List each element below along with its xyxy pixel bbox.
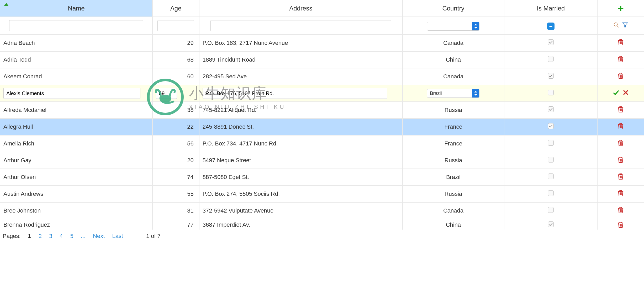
cell-actions (597, 219, 644, 230)
married-checkbox[interactable] (548, 39, 554, 45)
clear-filter-button[interactable] (622, 22, 628, 29)
edit-address-input[interactable] (203, 88, 387, 99)
cell-age: 38 (152, 102, 199, 118)
filter-name-input[interactable] (9, 20, 143, 31)
delete-row-button[interactable] (618, 40, 624, 47)
table-row[interactable]: Amelia Rich56P.O. Box 734, 4717 Nunc Rd.… (0, 135, 644, 152)
cell-actions (597, 202, 644, 219)
filter-country-select[interactable] (427, 22, 479, 31)
married-checkbox[interactable] (548, 221, 554, 227)
married-checkbox[interactable] (548, 140, 554, 146)
table-row[interactable]: Adria Beach29P.O. Box 183, 2717 Nunc Ave… (0, 35, 644, 51)
cell-country: Canada (403, 35, 504, 51)
cell-address: P.O. Box 183, 2717 Nunc Avenue (199, 35, 403, 51)
pager-page[interactable]: 3 (49, 233, 52, 240)
cell-country: France (403, 118, 504, 135)
married-checkbox[interactable] (548, 56, 554, 62)
delete-row-button[interactable] (618, 57, 624, 63)
cell-actions (597, 118, 644, 135)
cell-age: 74 (152, 169, 199, 186)
pager-last[interactable]: Last (112, 233, 123, 240)
married-checkbox[interactable] (548, 157, 554, 162)
col-header-married[interactable]: Is Married (504, 0, 597, 17)
cell-country: France (403, 135, 504, 152)
edit-country-select[interactable]: Brazil (427, 89, 479, 98)
pager-page[interactable]: 5 (70, 233, 73, 240)
cell-age: 29 (152, 35, 199, 51)
cell-married (504, 118, 597, 135)
filter-address-input[interactable] (210, 20, 391, 31)
cell-actions (597, 152, 644, 169)
col-header-address[interactable]: Address (199, 0, 403, 17)
cell-married (504, 152, 597, 169)
married-checkbox[interactable] (548, 73, 554, 79)
add-row-button[interactable]: + (618, 3, 624, 14)
table-row[interactable]: Arthur Gay205497 Neque StreetRussia (0, 152, 644, 169)
pager-next[interactable]: Next (93, 233, 105, 240)
svg-point-0 (614, 23, 617, 26)
edit-age-input[interactable] (156, 88, 177, 99)
cell-age: 56 (152, 135, 199, 152)
delete-row-button[interactable] (618, 124, 624, 131)
delete-row-button[interactable] (618, 141, 624, 147)
pager-page[interactable]: ... (81, 233, 86, 240)
married-checkbox[interactable] (548, 106, 554, 112)
delete-row-button[interactable] (618, 208, 624, 214)
married-checkbox[interactable] (548, 123, 554, 129)
cell-address: P.O. Box 734, 4717 Nunc Rd. (199, 135, 403, 152)
cell-married (504, 169, 597, 186)
filter-age-input[interactable] (157, 20, 194, 31)
delete-row-button[interactable] (618, 107, 624, 114)
cell-actions (597, 186, 644, 202)
edit-row: Brazil (0, 85, 644, 102)
col-label: Is Married (537, 5, 565, 12)
col-header-age[interactable]: Age (152, 0, 199, 17)
pager-page[interactable]: 2 (39, 233, 42, 240)
cell-name: Adria Beach (0, 35, 152, 51)
cell-married (504, 186, 597, 202)
cancel-edit-button[interactable] (622, 89, 629, 97)
cell-age: 60 (152, 68, 199, 85)
cell-country: Russia (403, 152, 504, 169)
table-row[interactable]: Alfreda Mcdaniel38745-8221 Aliquet Rd.Ru… (0, 102, 644, 118)
table-row[interactable]: Brenna Rodriguez773687 Imperdiet Av.Chin… (0, 219, 644, 230)
cell-name: Akeem Conrad (0, 68, 152, 85)
table-row[interactable]: Adria Todd681889 Tincidunt RoadChina (0, 51, 644, 68)
table-row[interactable]: Austin Andrews55P.O. Box 274, 5505 Socii… (0, 186, 644, 202)
table-row[interactable]: Bree Johnston31372-5942 Vulputate Avenue… (0, 202, 644, 219)
col-header-country[interactable]: Country (403, 0, 504, 17)
cell-name: Allegra Hull (0, 118, 152, 135)
cell-married (504, 219, 597, 230)
edit-name-input[interactable] (3, 88, 140, 99)
svg-rect-16 (620, 157, 622, 158)
table-row[interactable]: Akeem Conrad60282-495 Sed AveCanada (0, 68, 644, 85)
svg-rect-24 (620, 222, 622, 223)
delete-row-button[interactable] (618, 158, 624, 164)
married-checkbox[interactable] (548, 190, 554, 196)
cell-actions (597, 135, 644, 152)
cell-address: 745-8221 Aliquet Rd. (199, 102, 403, 118)
married-checkbox[interactable] (548, 207, 554, 213)
table-row[interactable]: Allegra Hull22245-8891 Donec St.France (0, 118, 644, 135)
pager-page[interactable]: 1 (28, 233, 31, 240)
search-button[interactable] (613, 22, 619, 29)
delete-row-button[interactable] (618, 223, 624, 229)
col-header-name[interactable]: Name (0, 0, 152, 17)
confirm-edit-button[interactable] (613, 89, 619, 97)
svg-rect-10 (620, 107, 622, 107)
cell-actions (597, 169, 644, 186)
delete-row-button[interactable] (618, 191, 624, 198)
svg-rect-2 (620, 40, 622, 40)
married-checkbox[interactable] (548, 90, 554, 95)
cell-married (504, 68, 597, 85)
delete-row-button[interactable] (618, 174, 624, 181)
svg-rect-4 (620, 56, 622, 57)
filter-married-checkbox[interactable] (547, 23, 555, 30)
pager-page[interactable]: 4 (60, 233, 63, 240)
cell-age: 55 (152, 186, 199, 202)
svg-line-1 (617, 26, 619, 27)
married-checkbox[interactable] (548, 173, 554, 179)
table-row[interactable]: Arthur Olsen74887-5080 Eget St.Brazil (0, 169, 644, 186)
delete-row-button[interactable] (618, 74, 624, 80)
cell-address: P.O. Box 274, 5505 Sociis Rd. (199, 186, 403, 202)
